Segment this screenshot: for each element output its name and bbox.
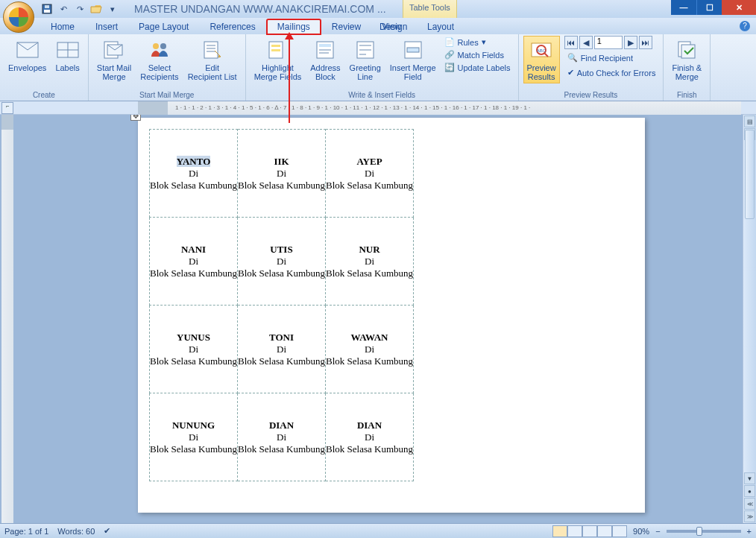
window-title: MASTER UNDANGAN WWW.ANAKCIREMAI.COM ... [134, 3, 386, 15]
preview-results-button[interactable]: ABCPreview Results [523, 36, 560, 83]
finish-merge-button[interactable]: Finish & Merge [668, 36, 705, 83]
tab-layout[interactable]: Layout [417, 19, 464, 34]
update-labels-button[interactable]: 🔄Update Labels [441, 61, 514, 74]
label-cell[interactable]: IIKDiBlok Selasa Kumbung [238, 130, 326, 218]
tab-selector[interactable]: ⌐ [1, 102, 13, 114]
minimize-button[interactable]: — [671, 0, 696, 15]
label-cell[interactable]: YUNUSDiBlok Selasa Kumbung [150, 306, 238, 393]
tab-review[interactable]: Review [321, 19, 371, 34]
zoom-in-button[interactable]: + [747, 527, 752, 536]
match-fields-button[interactable]: 🔗Match Fields [441, 48, 514, 61]
office-button[interactable] [3, 1, 34, 33]
zoom-slider[interactable] [667, 530, 741, 533]
tab-design[interactable]: Design [369, 19, 418, 34]
zoom-out-button[interactable]: − [655, 527, 660, 536]
svg-point-10 [160, 43, 166, 49]
group-finish: Finish & Merge Finish [664, 34, 711, 101]
open-icon[interactable] [89, 2, 103, 16]
table-move-handle[interactable]: ✥ [130, 115, 141, 121]
help-icon[interactable]: ? [740, 21, 750, 31]
page[interactable]: ✥ YANTODiBlok Selasa Kumbung IIKDiBlok S… [138, 118, 645, 513]
label-cell[interactable]: NANIDiBlok Selasa Kumbung [150, 218, 238, 306]
page-indicator[interactable]: Page: 1 of 1 [4, 527, 48, 536]
group-create: Envelopes Labels Create [0, 34, 89, 101]
edit-recipient-list-button[interactable]: Edit Recipient List [184, 36, 241, 83]
rules-icon: 📄 [444, 37, 455, 47]
address-block-button[interactable]: Address Block [306, 36, 344, 83]
last-record-button[interactable]: ⏭ [639, 36, 652, 49]
first-record-button[interactable]: ⏮ [564, 36, 578, 49]
find-recipient-button[interactable]: 🔍Find Recipient [564, 51, 659, 64]
qat-dropdown-icon[interactable]: ▾ [106, 2, 119, 16]
edit-list-icon [201, 38, 224, 62]
tab-home[interactable]: Home [40, 19, 85, 34]
record-number-input[interactable]: 1 [594, 36, 623, 49]
merge-field-icon [401, 38, 425, 62]
label-cell[interactable]: AYEPDiBlok Selasa Kumbung [326, 130, 414, 218]
view-buttons [552, 525, 627, 537]
start-mail-merge-button[interactable]: Start Mail Merge [93, 36, 135, 83]
redo-icon[interactable]: ↷ [73, 2, 86, 16]
auto-check-errors-button[interactable]: ✔Auto Check for Errors [564, 66, 659, 79]
save-icon[interactable] [40, 2, 54, 16]
tab-references[interactable]: References [199, 19, 265, 34]
label-cell[interactable]: DIANDiBlok Selasa Kumbung [326, 393, 414, 481]
label-cell[interactable]: TONIDiBlok Selasa Kumbung [238, 306, 326, 393]
label-cell[interactable]: NUNUNGDiBlok Selasa Kumbung [150, 393, 238, 481]
scroll-down-button[interactable]: ▼ [744, 472, 755, 484]
check-icon: ✔ [567, 68, 574, 77]
ribbon-tabs: Home Insert Page Layout References Maili… [0, 18, 756, 34]
document-area: ✥ YANTODiBlok Selasa Kumbung IIKDiBlok S… [0, 115, 756, 523]
undo-icon[interactable]: ↶ [57, 2, 70, 16]
full-screen-view[interactable] [567, 525, 582, 537]
scroll-thumb[interactable] [745, 130, 755, 219]
tab-insert[interactable]: Insert [85, 19, 128, 34]
ruler-toggle[interactable]: ▤ [744, 115, 755, 127]
window-controls: — ☐ ✕ [671, 0, 756, 15]
outline-view[interactable] [597, 525, 612, 537]
label-cell[interactable]: DIANDiBlok Selasa Kumbung [238, 393, 326, 481]
greeting-line-button[interactable]: Greeting Line [346, 36, 385, 83]
group-start-mail-merge: Start Mail Merge Select Recipients Edit … [89, 34, 246, 101]
quick-access-toolbar: ↶ ↷ ▾ [40, 2, 119, 16]
close-button[interactable]: ✕ [722, 0, 756, 15]
browse-object-button[interactable]: ● [744, 485, 755, 497]
prev-page-button[interactable]: ≪ [744, 498, 755, 510]
proofing-icon[interactable]: ✔ [104, 526, 110, 536]
word-count[interactable]: Words: 60 [57, 527, 95, 536]
vertical-scrollbar[interactable]: ▤ ▲ ▼ ● ≪ ≫ [743, 115, 756, 523]
web-layout-view[interactable] [582, 525, 597, 537]
label-cell[interactable]: YANTODiBlok Selasa Kumbung [150, 130, 238, 218]
print-layout-view[interactable] [552, 525, 567, 537]
next-page-button[interactable]: ≫ [744, 510, 755, 522]
zoom-level[interactable]: 90% [633, 527, 649, 536]
label-cell[interactable]: NURDiBlok Selasa Kumbung [326, 218, 414, 306]
status-bar: Page: 1 of 1 Words: 60 ✔ 90% − + [0, 523, 756, 538]
vertical-ruler [1, 115, 13, 523]
labels-icon [56, 38, 80, 62]
svg-rect-27 [407, 48, 419, 52]
address-block-icon [313, 38, 337, 62]
contextual-tab-label: Table Tools [403, 0, 457, 18]
label-cell[interactable]: WAWANDiBlok Selasa Kumbung [326, 306, 414, 393]
finish-icon [675, 38, 699, 62]
maximize-button[interactable]: ☐ [696, 0, 722, 15]
envelope-icon [16, 38, 40, 62]
find-icon: 🔍 [567, 53, 578, 63]
draft-view[interactable] [612, 525, 627, 537]
label-cell[interactable]: UTISDiBlok Selasa Kumbung [238, 218, 326, 306]
svg-rect-33 [681, 45, 695, 58]
insert-merge-field-button[interactable]: Insert Merge Field [386, 36, 440, 83]
labels-button[interactable]: Labels [51, 36, 83, 75]
rules-button[interactable]: 📄Rules ▾ [441, 36, 514, 48]
svg-rect-11 [204, 42, 218, 58]
mail-merge-icon [102, 38, 126, 62]
select-recipients-button[interactable]: Select Recipients [136, 36, 182, 83]
envelopes-button[interactable]: Envelopes [4, 36, 50, 75]
next-record-button[interactable]: ▶ [624, 36, 637, 49]
tab-page-layout[interactable]: Page Layout [128, 19, 199, 34]
svg-rect-17 [271, 49, 280, 51]
prev-record-button[interactable]: ◀ [579, 36, 593, 49]
highlight-merge-fields-button[interactable]: Highlight Merge Fields [251, 36, 306, 83]
svg-rect-1 [44, 10, 50, 13]
